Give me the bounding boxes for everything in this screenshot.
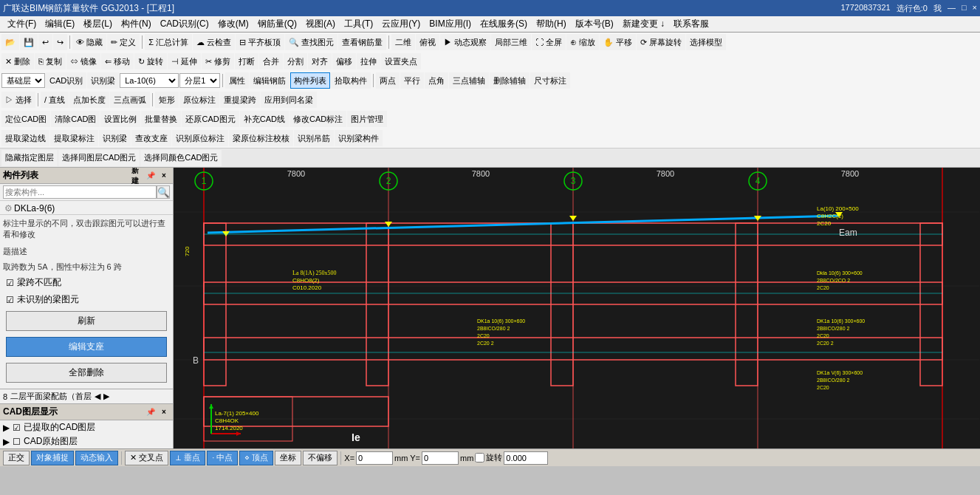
tb-comp-list[interactable]: 构件列表 — [290, 72, 330, 89]
checkbox-original[interactable]: ☐ — [13, 437, 21, 447]
tb-rotate[interactable]: ↻ 旋转 — [134, 53, 167, 69]
tb-copy[interactable]: ⎘ 复制 — [35, 53, 66, 69]
checkbox-mismatch-icon[interactable]: ☑ — [6, 278, 14, 288]
canvas-area[interactable]: 1 2 3 4 7800 7800 7800 7800 — [174, 168, 980, 448]
scroll-left[interactable]: ◀ — [95, 392, 100, 401]
checkbox-extracted[interactable]: ☑ — [13, 423, 21, 433]
tb-select-same-layer[interactable]: 选择同图层CAD图元 — [58, 150, 140, 166]
edit-support-btn[interactable]: 编辑支座 — [6, 337, 167, 357]
tb-select-same-color[interactable]: 选择同颜色CAD图元 — [140, 150, 222, 166]
tb-check-support[interactable]: 查改支座 — [131, 130, 171, 146]
tb-delete[interactable]: ✕ 删除 — [1, 53, 34, 69]
menu-rebar[interactable]: 钢筋量(Q) — [253, 16, 301, 32]
checkbox-unrecog-icon[interactable]: ☑ — [6, 295, 14, 305]
tb-beam-pos-校核[interactable]: 梁原位标注校核 — [229, 130, 293, 146]
tb-select-model[interactable]: 选择模型 — [686, 34, 726, 50]
tb-calc[interactable]: Σ 汇总计算 — [145, 34, 192, 50]
tb-recog-beam2[interactable]: 识别梁 — [99, 130, 131, 146]
cad-pin-icon[interactable]: 📌 — [145, 406, 157, 418]
tb-redo[interactable]: ↪ — [53, 34, 67, 50]
tree-item-dkla9[interactable]: ⚙ DKLa-9(6) — [1, 202, 171, 214]
tb-stretch[interactable]: 拉伸 — [357, 53, 380, 69]
tb-undo[interactable]: ↩ — [38, 34, 52, 50]
status-mid-point[interactable]: · 中点 — [207, 451, 238, 465]
rotate-input[interactable] — [504, 451, 548, 465]
tb-set-scale[interactable]: 设置比例 — [100, 111, 140, 127]
tb-flat-top[interactable]: ⊟ 平齐板顶 — [236, 34, 284, 50]
y-input[interactable] — [422, 451, 459, 465]
tb-del-aux[interactable]: 删除辅轴 — [490, 72, 530, 89]
menu-floor[interactable]: 楼层(L) — [79, 16, 117, 32]
delete-all-btn[interactable]: 全部删除 — [6, 363, 167, 383]
tb-split[interactable]: 分割 — [284, 53, 307, 69]
menu-modify[interactable]: 修改(M) — [213, 16, 253, 32]
tb-restore-cad[interactable]: 还原CAD图元 — [182, 111, 239, 127]
status-dynamic-input[interactable]: 动态输入 — [75, 451, 118, 465]
tb-find[interactable]: 🔍 查找图元 — [285, 34, 337, 50]
menu-online[interactable]: 在线服务(S) — [476, 16, 532, 32]
tb-fullscreen[interactable]: ⛶ 全屏 — [532, 34, 566, 50]
tb-recog-beam[interactable]: 识别梁 — [87, 72, 119, 89]
cad-layer-extracted[interactable]: ▶ ☑ 已提取的CAD图层 — [0, 420, 173, 434]
tb-dimension[interactable]: 尺寸标注 — [530, 72, 570, 89]
tb-recog-beam-comp[interactable]: 识别梁构件 — [335, 130, 383, 146]
tb-clear-cad[interactable]: 清除CAD图 — [51, 111, 100, 127]
menu-cad[interactable]: CAD识别(C) — [156, 16, 213, 32]
beam-select[interactable]: La-10(6) — [120, 73, 179, 88]
cad-canvas[interactable]: 1 2 3 4 7800 7800 7800 7800 — [174, 168, 980, 448]
tb-locate-cad[interactable]: 定位CAD图 — [1, 111, 50, 127]
cad-layer-original[interactable]: ▶ ☐ CAD原始图层 — [0, 434, 173, 448]
scroll-right[interactable]: ▶ — [103, 392, 109, 401]
tb-img-mgr[interactable]: 图片管理 — [347, 111, 387, 127]
tb-three-arc[interactable]: 三点画弧 — [110, 92, 150, 108]
tb-pick-comp[interactable]: 拾取构件 — [331, 72, 371, 89]
menu-cloud[interactable]: 云应用(Y) — [377, 16, 425, 32]
tb-partial-3d[interactable]: 局部三维 — [491, 34, 531, 50]
menu-help[interactable]: 帮助(H) — [532, 16, 571, 32]
window-minimize[interactable]: — — [948, 3, 956, 14]
status-cross-point[interactable]: ✕ 交叉点 — [125, 451, 168, 465]
tb-select[interactable]: ▷ 选择 — [1, 92, 35, 108]
tb-align[interactable]: 对齐 — [308, 53, 332, 69]
tb-open[interactable]: 📂 — [1, 34, 19, 50]
menu-contact[interactable]: 联系客服 — [669, 16, 713, 32]
user-avatar[interactable]: 我 — [933, 3, 942, 14]
search-button[interactable]: 🔍 — [157, 185, 170, 199]
tb-point-len[interactable]: 点加长度 — [69, 92, 109, 108]
menu-version[interactable]: 版本号(B) — [571, 16, 618, 32]
pin-icon[interactable]: 📌 — [145, 170, 157, 182]
tb-extract-beam-mark[interactable]: 提取梁标注 — [50, 130, 98, 146]
tb-offset[interactable]: 偏移 — [332, 53, 356, 69]
checkbox-mismatch[interactable]: ☑ 梁跨不匹配 — [0, 274, 173, 291]
tb-2d[interactable]: 二维 — [391, 34, 415, 50]
tb-rebar-qty[interactable]: 查看钢筋量 — [338, 34, 386, 50]
checkbox-unrecog[interactable]: ☑ 未识别的梁图元 — [0, 291, 173, 308]
new-btn[interactable]: 新建 — [131, 170, 143, 182]
status-perp-point[interactable]: ⊥ 垂点 — [170, 451, 205, 465]
status-coord[interactable]: 坐标 — [275, 451, 301, 465]
tb-recog-inplace[interactable]: 识别原位标注 — [172, 130, 228, 146]
tb-property[interactable]: 属性 — [225, 72, 249, 89]
menu-view[interactable]: 视图(A) — [301, 16, 340, 32]
tb-point-angle[interactable]: 点角 — [425, 72, 448, 89]
menu-tools[interactable]: 工具(T) — [340, 16, 377, 32]
status-snap[interactable]: 对象捕捉 — [31, 451, 74, 465]
tb-define[interactable]: ✏ 定义 — [107, 34, 140, 50]
tb-hide[interactable]: 👁 隐藏 — [72, 34, 106, 50]
tb-extend[interactable]: ⊣ 延伸 — [168, 53, 201, 69]
rotate-checkbox[interactable] — [475, 453, 484, 462]
tb-parallel[interactable]: 平行 — [400, 72, 424, 89]
tb-modify-cad-mark[interactable]: 修改CAD标注 — [289, 111, 346, 127]
menu-component[interactable]: 构件(N) — [117, 16, 156, 32]
tb-dynamic[interactable]: ▶ 动态观察 — [440, 34, 490, 50]
tb-extract-beam-edge[interactable]: 提取梁边线 — [1, 130, 49, 146]
menu-new-change[interactable]: 新建变更 ↓ — [618, 16, 669, 32]
floor-select[interactable]: 基础层 — [1, 73, 45, 88]
tb-break[interactable]: 打断 — [235, 53, 258, 69]
tb-trim[interactable]: ✂ 修剪 — [202, 53, 234, 69]
tb-screen-rotate[interactable]: ⟳ 屏幕旋转 — [637, 34, 685, 50]
refresh-btn[interactable]: 刷新 — [6, 311, 167, 331]
tb-merge[interactable]: 合并 — [259, 53, 283, 69]
close-panel-btn[interactable]: × — [158, 170, 170, 182]
menu-file[interactable]: 文件(F) — [3, 16, 41, 32]
